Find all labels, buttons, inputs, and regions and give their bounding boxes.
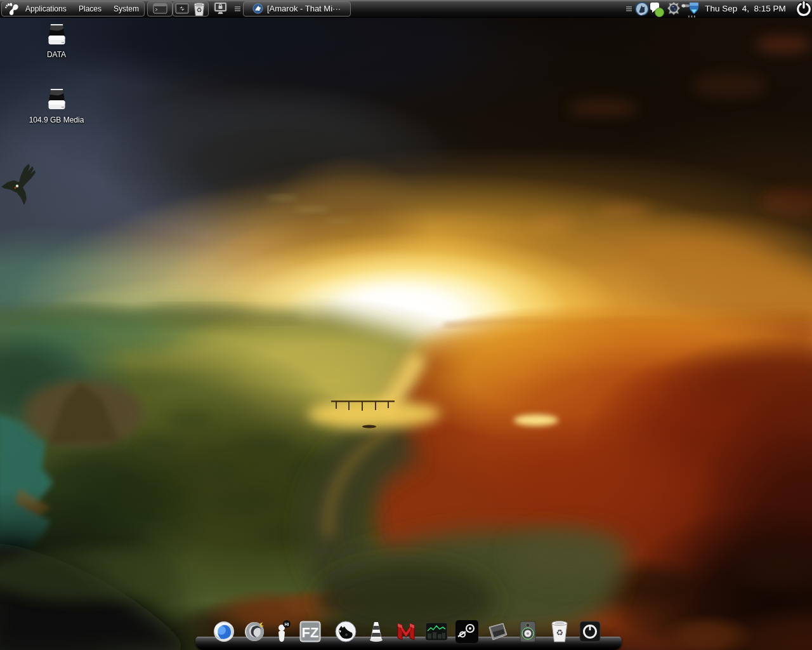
svg-text:Hi: Hi — [285, 622, 289, 627]
svg-text:♻: ♻ — [197, 6, 202, 13]
svg-text:FZ: FZ — [302, 625, 319, 640]
svg-text:♻: ♻ — [556, 628, 563, 637]
